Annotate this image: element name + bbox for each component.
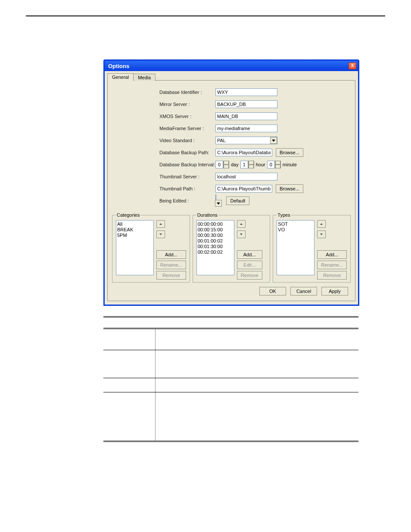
- types-list[interactable]: SOT VO: [277, 220, 314, 275]
- dialog-title: Options: [108, 63, 129, 69]
- move-up-icon[interactable]: [237, 220, 246, 228]
- list-item[interactable]: 00:01:00:02: [198, 238, 233, 244]
- label-day: day: [231, 162, 239, 167]
- move-up-icon[interactable]: [317, 220, 326, 228]
- browse-backup-button[interactable]: Browse...: [276, 148, 303, 157]
- interval-minute-input[interactable]: [267, 161, 275, 168]
- list-item[interactable]: 00:00:00:00: [198, 221, 233, 227]
- titlebar: Options X: [105, 61, 358, 71]
- types-add-button[interactable]: Add...: [317, 250, 347, 259]
- label-minute: minute: [283, 162, 297, 167]
- table-row: XMOS Server Enter the name of the machin…: [103, 378, 358, 392]
- ok-button[interactable]: OK: [259, 287, 286, 296]
- spin-up-icon[interactable]: [275, 161, 281, 165]
- move-down-icon[interactable]: [317, 230, 326, 238]
- label-being-edited: Being Edited :: [159, 198, 215, 203]
- table-row: Mirror Server Enter the name of the mach…: [103, 350, 358, 378]
- move-down-icon[interactable]: [237, 230, 246, 238]
- spin-down-icon[interactable]: [248, 165, 254, 168]
- being-edited-color[interactable]: [215, 194, 216, 200]
- thumb-server-input[interactable]: [215, 173, 277, 180]
- chevron-down-icon[interactable]: [270, 137, 277, 144]
- mirror-server-input[interactable]: [215, 100, 277, 108]
- list-item[interactable]: 00:00:30:00: [198, 233, 233, 238]
- db-identifier-input[interactable]: [215, 88, 277, 96]
- cancel-button[interactable]: Cancel: [290, 287, 317, 296]
- list-item[interactable]: 00:00:15:00: [198, 227, 233, 233]
- chevron-down-icon[interactable]: [215, 200, 222, 207]
- move-up-icon[interactable]: [156, 220, 165, 228]
- tab-panel: Database Identifier : Mirror Server : XM…: [107, 80, 355, 301]
- label-thumb-server: Thumbnail Server :: [159, 174, 215, 179]
- spin-up-icon[interactable]: [223, 161, 229, 165]
- types-remove-button: Remove: [317, 271, 347, 280]
- tab-general[interactable]: General: [107, 73, 134, 81]
- list-item[interactable]: 5PM: [117, 233, 153, 238]
- label-db-backup-path: Database Backup Path:: [159, 150, 215, 155]
- interval-hour-input[interactable]: [240, 161, 248, 168]
- db-backup-path-input[interactable]: [215, 149, 272, 156]
- tab-media[interactable]: Media: [133, 74, 156, 81]
- mediaframe-server-input[interactable]: [215, 124, 277, 132]
- list-item[interactable]: VO: [278, 227, 313, 233]
- durations-add-button[interactable]: Add...: [237, 250, 262, 259]
- options-dialog: Options X General Media Database Identif…: [103, 59, 359, 306]
- options-description-table: Option Description Database Identifier E…: [103, 316, 358, 442]
- label-hour: hour: [256, 162, 265, 167]
- close-icon[interactable]: X: [349, 62, 356, 69]
- categories-legend: Categories: [116, 212, 140, 218]
- xmos-server-input[interactable]: [215, 112, 277, 120]
- durations-remove-button: Remove: [237, 271, 262, 280]
- video-standard-select[interactable]: [215, 137, 277, 144]
- spin-down-icon[interactable]: [275, 165, 281, 168]
- label-mirror-server: Mirror Server :: [159, 102, 215, 107]
- label-db-identifier: Database Identifier :: [159, 90, 215, 95]
- categories-rename-button: Rename...: [156, 261, 186, 269]
- being-edited-default-button[interactable]: Default: [226, 196, 249, 205]
- list-item[interactable]: 00:02:00:02: [198, 249, 233, 255]
- list-item[interactable]: All: [117, 221, 153, 227]
- label-xmos-server: XMOS Server :: [159, 114, 215, 119]
- thumb-path-input[interactable]: [215, 185, 272, 193]
- label-video-standard: Video Standard :: [159, 138, 215, 143]
- list-item[interactable]: 00:01:30:00: [198, 244, 233, 249]
- spin-down-icon[interactable]: [223, 165, 229, 168]
- spin-up-icon[interactable]: [248, 161, 254, 165]
- list-item[interactable]: BREAK: [117, 227, 153, 233]
- types-rename-button: Rename...: [317, 261, 347, 269]
- durations-list[interactable]: 00:00:00:00 00:00:15:00 00:00:30:00 00:0…: [196, 220, 234, 275]
- label-mediaframe-server: MediaFrame Server :: [159, 126, 215, 131]
- interval-day-input[interactable]: [215, 161, 223, 168]
- move-down-icon[interactable]: [156, 230, 165, 238]
- durations-edit-button: Edit...: [237, 261, 262, 269]
- table-row: MediaFrame Server Enter the name of the …: [103, 392, 358, 442]
- categories-remove-button: Remove: [156, 271, 186, 280]
- types-legend: Types: [277, 212, 291, 218]
- categories-list[interactable]: All BREAK 5PM: [116, 220, 154, 275]
- browse-thumb-button[interactable]: Browse...: [276, 184, 303, 193]
- label-thumb-path: Thumbnail Path :: [159, 186, 215, 191]
- durations-legend: Durations: [196, 212, 218, 218]
- header-rule: [26, 7, 385, 16]
- label-db-backup-interval: Database Backup Interval:: [159, 162, 215, 167]
- list-item[interactable]: SOT: [278, 221, 313, 227]
- table-row: Database Identifier Enter a name for the…: [103, 329, 358, 350]
- apply-button[interactable]: Apply: [321, 287, 348, 296]
- categories-add-button[interactable]: Add...: [156, 250, 186, 259]
